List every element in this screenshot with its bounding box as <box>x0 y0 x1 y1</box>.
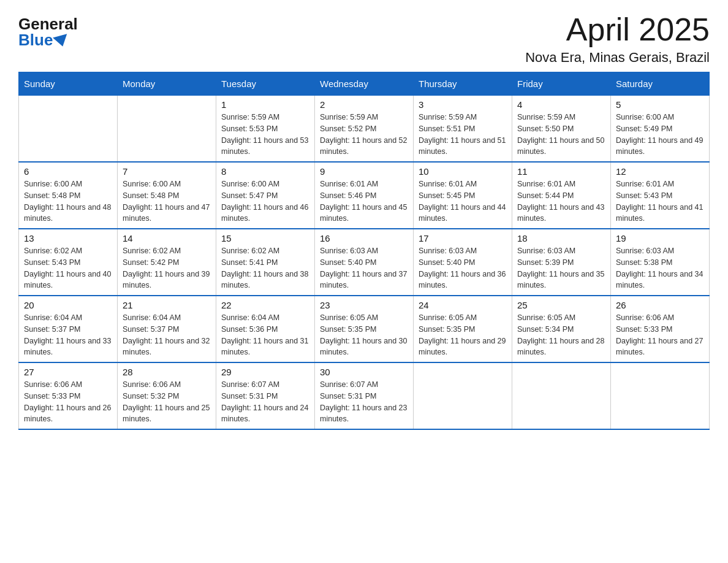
weekday-header-wednesday: Wednesday <box>315 72 414 96</box>
day-number: 17 <box>419 233 507 243</box>
calendar-cell <box>118 96 216 163</box>
sun-info: Sunrise: 6:05 AMSunset: 5:35 PMDaylight:… <box>419 312 507 358</box>
calendar-week-1: 1Sunrise: 5:59 AMSunset: 5:53 PMDaylight… <box>19 96 710 163</box>
sun-info: Sunrise: 5:59 AMSunset: 5:50 PMDaylight:… <box>517 112 605 158</box>
sun-info: Sunrise: 6:03 AMSunset: 5:38 PMDaylight:… <box>616 245 704 291</box>
day-number: 30 <box>320 367 408 377</box>
calendar-week-5: 27Sunrise: 6:06 AMSunset: 5:33 PMDayligh… <box>19 362 710 429</box>
calendar-cell: 1Sunrise: 5:59 AMSunset: 5:53 PMDaylight… <box>216 96 315 163</box>
calendar-cell <box>414 362 512 429</box>
day-number: 9 <box>320 166 408 177</box>
day-number: 19 <box>616 233 704 243</box>
page-header: General Blue April 2025 Nova Era, Minas … <box>18 12 710 66</box>
sun-info: Sunrise: 6:03 AMSunset: 5:40 PMDaylight:… <box>320 245 408 291</box>
day-number: 6 <box>24 166 112 177</box>
sun-info: Sunrise: 6:01 AMSunset: 5:46 PMDaylight:… <box>320 178 408 224</box>
day-number: 27 <box>24 367 112 377</box>
calendar-cell: 26Sunrise: 6:06 AMSunset: 5:33 PMDayligh… <box>611 296 710 362</box>
calendar-cell: 12Sunrise: 6:01 AMSunset: 5:43 PMDayligh… <box>611 162 710 229</box>
day-number: 25 <box>517 300 605 310</box>
day-number: 24 <box>419 300 507 310</box>
day-number: 26 <box>616 300 704 310</box>
calendar-cell: 10Sunrise: 6:01 AMSunset: 5:45 PMDayligh… <box>414 162 512 229</box>
calendar-cell: 17Sunrise: 6:03 AMSunset: 5:40 PMDayligh… <box>414 229 512 296</box>
calendar-cell: 7Sunrise: 6:00 AMSunset: 5:48 PMDaylight… <box>118 162 216 229</box>
sun-info: Sunrise: 6:00 AMSunset: 5:48 PMDaylight:… <box>24 178 112 224</box>
sun-info: Sunrise: 6:01 AMSunset: 5:43 PMDaylight:… <box>616 178 704 224</box>
calendar-cell: 28Sunrise: 6:06 AMSunset: 5:32 PMDayligh… <box>118 362 216 429</box>
day-number: 10 <box>419 166 507 177</box>
sun-info: Sunrise: 6:01 AMSunset: 5:45 PMDaylight:… <box>419 178 507 224</box>
calendar-cell: 18Sunrise: 6:03 AMSunset: 5:39 PMDayligh… <box>512 229 611 296</box>
calendar-cell <box>19 96 118 163</box>
day-number: 4 <box>517 99 605 110</box>
day-number: 3 <box>419 99 507 110</box>
calendar-week-2: 6Sunrise: 6:00 AMSunset: 5:48 PMDaylight… <box>19 162 710 229</box>
calendar-body: 1Sunrise: 5:59 AMSunset: 5:53 PMDaylight… <box>19 96 710 430</box>
sun-info: Sunrise: 6:02 AMSunset: 5:42 PMDaylight:… <box>123 245 211 291</box>
calendar-title: April 2025 <box>525 12 710 47</box>
calendar-header: SundayMondayTuesdayWednesdayThursdayFrid… <box>19 72 710 96</box>
logo-blue-text: Blue <box>18 32 69 48</box>
logo: General Blue <box>18 12 78 48</box>
calendar-cell: 23Sunrise: 6:05 AMSunset: 5:35 PMDayligh… <box>315 296 414 362</box>
sun-info: Sunrise: 6:07 AMSunset: 5:31 PMDaylight:… <box>320 379 408 425</box>
sun-info: Sunrise: 6:04 AMSunset: 5:37 PMDaylight:… <box>24 312 112 358</box>
sun-info: Sunrise: 6:00 AMSunset: 5:47 PMDaylight:… <box>221 178 309 224</box>
day-number: 29 <box>221 367 309 377</box>
calendar-cell: 5Sunrise: 6:00 AMSunset: 5:49 PMDaylight… <box>611 96 710 163</box>
calendar-cell: 25Sunrise: 6:05 AMSunset: 5:34 PMDayligh… <box>512 296 611 362</box>
weekday-header-row: SundayMondayTuesdayWednesdayThursdayFrid… <box>19 72 710 96</box>
calendar-cell: 14Sunrise: 6:02 AMSunset: 5:42 PMDayligh… <box>118 229 216 296</box>
day-number: 7 <box>123 166 211 177</box>
calendar-cell: 11Sunrise: 6:01 AMSunset: 5:44 PMDayligh… <box>512 162 611 229</box>
day-number: 20 <box>24 300 112 310</box>
weekday-header-thursday: Thursday <box>414 72 512 96</box>
calendar-subtitle: Nova Era, Minas Gerais, Brazil <box>525 50 710 66</box>
sun-info: Sunrise: 6:04 AMSunset: 5:37 PMDaylight:… <box>123 312 211 358</box>
day-number: 18 <box>517 233 605 243</box>
calendar-cell: 2Sunrise: 5:59 AMSunset: 5:52 PMDaylight… <box>315 96 414 163</box>
sun-info: Sunrise: 5:59 AMSunset: 5:52 PMDaylight:… <box>320 112 408 158</box>
day-number: 13 <box>24 233 112 243</box>
sun-info: Sunrise: 6:05 AMSunset: 5:34 PMDaylight:… <box>517 312 605 358</box>
calendar-cell: 15Sunrise: 6:02 AMSunset: 5:41 PMDayligh… <box>216 229 315 296</box>
sun-info: Sunrise: 6:06 AMSunset: 5:33 PMDaylight:… <box>24 379 112 425</box>
weekday-header-friday: Friday <box>512 72 611 96</box>
day-number: 11 <box>517 166 605 177</box>
calendar-cell: 22Sunrise: 6:04 AMSunset: 5:36 PMDayligh… <box>216 296 315 362</box>
weekday-header-monday: Monday <box>118 72 216 96</box>
sun-info: Sunrise: 6:03 AMSunset: 5:39 PMDaylight:… <box>517 245 605 291</box>
day-number: 14 <box>123 233 211 243</box>
calendar-table: SundayMondayTuesdayWednesdayThursdayFrid… <box>18 72 710 430</box>
calendar-cell: 6Sunrise: 6:00 AMSunset: 5:48 PMDaylight… <box>19 162 118 229</box>
calendar-cell: 29Sunrise: 6:07 AMSunset: 5:31 PMDayligh… <box>216 362 315 429</box>
calendar-cell: 30Sunrise: 6:07 AMSunset: 5:31 PMDayligh… <box>315 362 414 429</box>
calendar-cell: 9Sunrise: 6:01 AMSunset: 5:46 PMDaylight… <box>315 162 414 229</box>
sun-info: Sunrise: 6:05 AMSunset: 5:35 PMDaylight:… <box>320 312 408 358</box>
calendar-cell: 27Sunrise: 6:06 AMSunset: 5:33 PMDayligh… <box>19 362 118 429</box>
day-number: 2 <box>320 99 408 110</box>
sun-info: Sunrise: 6:02 AMSunset: 5:41 PMDaylight:… <box>221 245 309 291</box>
calendar-cell <box>611 362 710 429</box>
sun-info: Sunrise: 6:01 AMSunset: 5:44 PMDaylight:… <box>517 178 605 224</box>
weekday-header-sunday: Sunday <box>19 72 118 96</box>
calendar-week-4: 20Sunrise: 6:04 AMSunset: 5:37 PMDayligh… <box>19 296 710 362</box>
sun-info: Sunrise: 5:59 AMSunset: 5:53 PMDaylight:… <box>221 112 309 158</box>
sun-info: Sunrise: 6:03 AMSunset: 5:40 PMDaylight:… <box>419 245 507 291</box>
day-number: 23 <box>320 300 408 310</box>
sun-info: Sunrise: 6:06 AMSunset: 5:33 PMDaylight:… <box>616 312 704 358</box>
day-number: 15 <box>221 233 309 243</box>
day-number: 8 <box>221 166 309 177</box>
calendar-cell: 21Sunrise: 6:04 AMSunset: 5:37 PMDayligh… <box>118 296 216 362</box>
day-number: 12 <box>616 166 704 177</box>
sun-info: Sunrise: 6:00 AMSunset: 5:48 PMDaylight:… <box>123 178 211 224</box>
sun-info: Sunrise: 6:06 AMSunset: 5:32 PMDaylight:… <box>123 379 211 425</box>
calendar-cell: 24Sunrise: 6:05 AMSunset: 5:35 PMDayligh… <box>414 296 512 362</box>
day-number: 16 <box>320 233 408 243</box>
logo-triangle-icon <box>53 34 70 48</box>
title-block: April 2025 Nova Era, Minas Gerais, Brazi… <box>525 12 710 66</box>
calendar-cell: 16Sunrise: 6:03 AMSunset: 5:40 PMDayligh… <box>315 229 414 296</box>
calendar-cell: 13Sunrise: 6:02 AMSunset: 5:43 PMDayligh… <box>19 229 118 296</box>
calendar-cell: 20Sunrise: 6:04 AMSunset: 5:37 PMDayligh… <box>19 296 118 362</box>
